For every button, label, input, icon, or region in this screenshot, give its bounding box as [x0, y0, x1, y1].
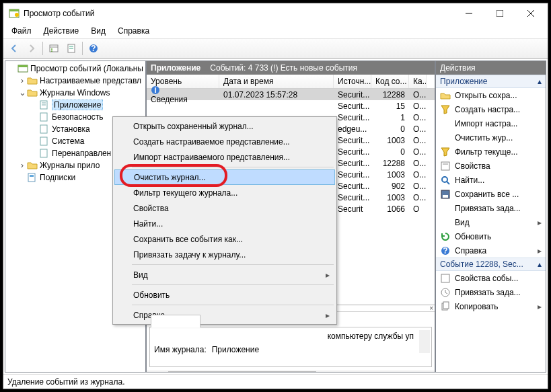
svg-point-9 — [51, 48, 52, 50]
window-title: Просмотр событий — [24, 9, 453, 18]
col-datetime[interactable]: Дата и время — [219, 75, 334, 88]
svg-rect-37 — [441, 274, 449, 282]
ctx-open-saved[interactable]: Открыть сохраненный журнал... — [114, 118, 335, 134]
action-filter[interactable]: Фильтр текуще... — [436, 145, 546, 159]
ctx-clear-log[interactable]: Очистить журнал... — [114, 169, 335, 185]
svg-rect-7 — [50, 45, 58, 52]
window: Просмотр событий Файл Действие Вид Справ… — [3, 3, 548, 389]
titlebar: Просмотр событий — [3, 3, 548, 24]
tree-root[interactable]: Просмотр событий (Локальны — [5, 63, 145, 75]
properties-button[interactable] — [63, 40, 79, 56]
back-button[interactable] — [6, 40, 22, 56]
ctx-help[interactable]: Справка — [114, 307, 335, 323]
svg-line-32 — [447, 182, 449, 184]
detail-log-label: Имя журнала: — [154, 345, 207, 354]
col-code[interactable]: Код со... — [371, 75, 409, 88]
action-refresh[interactable]: Обновить — [436, 229, 546, 243]
events-count: Событий: 4 733 (!) Есть новые события — [210, 63, 357, 73]
action-copy[interactable]: Копировать▸ — [436, 299, 546, 313]
actions-panel: Действия Приложение▴ Открыть сохра... Со… — [435, 61, 546, 373]
menu-action[interactable]: Действие — [38, 25, 85, 37]
action-open-saved[interactable]: Открыть сохра... — [436, 88, 546, 102]
svg-text:?: ? — [443, 246, 447, 256]
action-event-properties[interactable]: Свойства собы... — [436, 271, 546, 285]
action-event-attach-task[interactable]: Привязать зада... — [436, 285, 546, 299]
menu-view[interactable]: Вид — [85, 25, 111, 37]
events-header: Приложение Событий: 4 733 (!) Есть новые… — [147, 61, 435, 75]
svg-rect-21 — [40, 113, 47, 121]
table-row[interactable]: iСведения01.07.2023 15:57:28Securit...12… — [147, 89, 435, 100]
action-create-custom[interactable]: Создать настра... — [436, 102, 546, 116]
status-bar: Удаление событий из журнала. — [3, 374, 548, 389]
action-attach-task[interactable]: Привязать зада... — [436, 201, 546, 215]
svg-point-2 — [15, 13, 19, 17]
col-category[interactable]: Ка... — [409, 75, 427, 88]
ctx-properties[interactable]: Свойства — [114, 200, 335, 216]
action-properties[interactable]: Свойства — [436, 159, 546, 173]
ctx-refresh[interactable]: Обновить — [114, 287, 335, 303]
action-import-custom[interactable]: Импорт настра... — [436, 116, 546, 130]
svg-rect-24 — [40, 149, 47, 157]
svg-rect-34 — [443, 195, 448, 198]
show-tree-button[interactable] — [46, 40, 62, 56]
svg-rect-4 — [497, 10, 503, 17]
svg-point-10 — [51, 50, 52, 52]
menu-help[interactable]: Справка — [112, 25, 155, 37]
col-source[interactable]: Источн... — [334, 75, 371, 88]
help-button[interactable]: ? — [85, 40, 102, 56]
menu-file[interactable]: Файл — [6, 25, 37, 37]
ctx-import-custom[interactable]: Импорт настраиваемого представления... — [114, 149, 335, 165]
action-save-all[interactable]: Сохранить все ... — [436, 187, 546, 201]
events-title: Приложение — [151, 63, 200, 73]
actions-section-app[interactable]: Приложение▴ — [436, 75, 546, 88]
menubar: Файл Действие Вид Справка — [3, 24, 548, 38]
toolbar: ? — [3, 38, 548, 58]
ctx-attach-task[interactable]: Привязать задачу к журналу... — [114, 247, 335, 262]
svg-text:?: ? — [91, 44, 96, 53]
ctx-find[interactable]: Найти... — [114, 216, 335, 231]
h-scrollbar[interactable]: ‹ — [147, 370, 435, 372]
svg-rect-29 — [441, 162, 449, 170]
ctx-filter[interactable]: Фильтр текущего журнала... — [114, 185, 335, 200]
app-icon — [9, 8, 20, 19]
svg-text:i: i — [154, 85, 156, 95]
ctx-create-custom[interactable]: Создать настраиваемое представление... — [114, 134, 335, 149]
svg-rect-42 — [443, 302, 449, 309]
svg-rect-25 — [28, 173, 35, 182]
close-button[interactable] — [515, 3, 546, 24]
svg-line-40 — [445, 292, 447, 294]
maximize-button[interactable] — [484, 3, 515, 24]
svg-point-31 — [442, 177, 447, 182]
detail-log-value: Приложение — [212, 345, 259, 354]
action-view[interactable]: Вид▸ — [436, 215, 546, 229]
action-find[interactable]: Найти... — [436, 173, 546, 187]
minimize-button[interactable] — [453, 3, 484, 24]
ctx-view[interactable]: Вид — [114, 267, 335, 282]
ctx-save-all[interactable]: Сохранить все события как... — [114, 231, 335, 247]
action-clear-log[interactable]: Очистить жур... — [436, 130, 546, 145]
svg-rect-1 — [9, 9, 19, 11]
tree-windows-logs[interactable]: ⌄Журналы Windows — [5, 87, 145, 99]
actions-header: Действия — [436, 61, 546, 75]
svg-rect-17 — [18, 65, 28, 67]
context-menu: Открыть сохраненный журнал... Создать на… — [112, 116, 337, 325]
svg-rect-23 — [40, 137, 47, 145]
forward-button[interactable] — [24, 40, 40, 56]
action-help[interactable]: ?Справка▸ — [436, 243, 546, 258]
tree-custom-views[interactable]: ›Настраиваемые представл — [5, 75, 145, 87]
actions-section-event[interactable]: Событие 12288, Sec...▴ — [436, 258, 546, 271]
detail-tab[interactable]: сведения — [151, 315, 200, 327]
tree-application[interactable]: Приложение — [5, 99, 145, 111]
detail-desc: компьютеру службы уп — [154, 331, 427, 341]
svg-rect-22 — [40, 125, 47, 133]
svg-rect-26 — [30, 175, 34, 177]
scrollbar[interactable] — [419, 330, 430, 353]
